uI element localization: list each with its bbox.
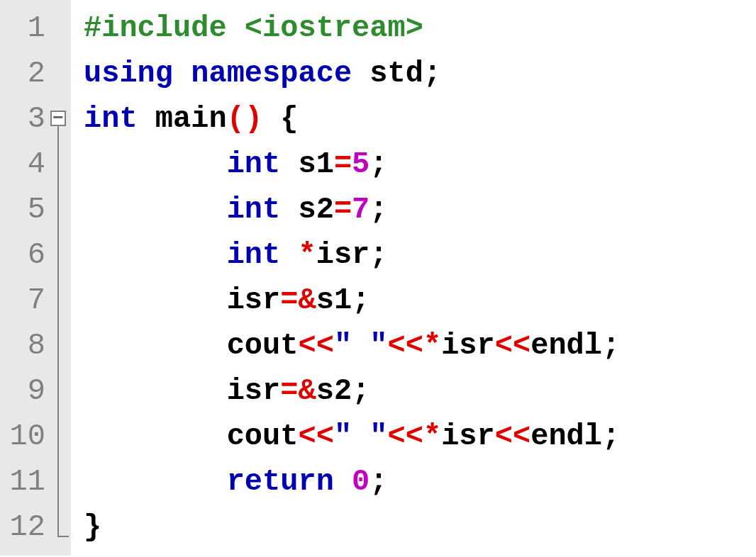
operator: = [334, 147, 352, 181]
line-number: 1 [9, 6, 45, 51]
space [262, 102, 280, 136]
indent [84, 193, 227, 227]
line-number: 5 [9, 187, 45, 232]
line-number: 10 [9, 414, 45, 459]
indent [84, 238, 227, 272]
indent [84, 147, 227, 181]
identifier: isr [227, 374, 281, 408]
identifier: endl [530, 420, 602, 454]
code-line[interactable]: return 0; [84, 459, 747, 505]
fold-column: − [50, 0, 71, 556]
line-number-gutter: 1 2 3 4 5 6 7 8 9 10 11 12 [0, 0, 50, 556]
line-number: 8 [9, 323, 45, 368]
line-number: 2 [9, 51, 45, 96]
space [334, 465, 352, 499]
semicolon: ; [352, 374, 369, 408]
type: int [227, 147, 281, 181]
identifier: cout [227, 329, 299, 363]
code-line[interactable]: } [84, 505, 747, 550]
operator: << [388, 329, 423, 363]
identifier: s1 [280, 147, 334, 181]
string: " " [334, 420, 388, 454]
code-line[interactable]: using namespace std; [84, 51, 747, 96]
code-line[interactable]: int main() { [84, 96, 747, 142]
operator: << [388, 420, 423, 454]
operator: << [298, 420, 333, 454]
code-line[interactable]: cout<<" "<<*isr<<endl; [84, 323, 747, 368]
brace: { [280, 102, 298, 136]
identifier: s1 [316, 283, 352, 317]
identifier: s2 [280, 193, 334, 227]
indent [84, 329, 227, 363]
identifier: isr [441, 329, 495, 363]
operator: = [334, 193, 352, 227]
number: 7 [352, 193, 369, 227]
identifier: isr [316, 238, 370, 272]
line-number: 11 [9, 459, 45, 505]
dereference-star: * [423, 329, 441, 363]
semicolon: ; [352, 283, 369, 317]
identifier: s2 [316, 374, 352, 408]
fold-toggle-icon[interactable]: − [50, 111, 66, 126]
line-number: 4 [9, 142, 45, 187]
identifier: std [352, 57, 423, 91]
operator: = [280, 374, 298, 408]
identifier: cout [227, 420, 299, 454]
identifier: isr [227, 283, 281, 317]
brace: } [84, 510, 101, 544]
line-number: 9 [9, 368, 45, 414]
preprocessor: #include <iostream> [84, 11, 423, 45]
indent [84, 374, 227, 408]
indent [84, 465, 227, 499]
identifier: isr [441, 420, 495, 454]
code-line[interactable]: isr=&s1; [84, 278, 747, 323]
line-number: 3 [9, 96, 45, 142]
dereference-star: * [423, 420, 441, 454]
type: int [227, 238, 281, 272]
address-of: & [298, 283, 316, 317]
paren: ) [245, 102, 262, 136]
indent [84, 420, 227, 454]
function-name: main [138, 102, 227, 136]
pointer-star: * [298, 238, 316, 272]
address-of: & [298, 374, 316, 408]
semicolon: ; [369, 238, 387, 272]
code-line[interactable]: cout<<" "<<*isr<<endl; [84, 414, 747, 459]
operator: = [280, 283, 298, 317]
operator: << [495, 420, 530, 454]
keyword: namespace [191, 57, 352, 91]
semicolon: ; [369, 193, 387, 227]
operator: << [495, 329, 530, 363]
code-line[interactable]: int s1=5; [84, 142, 747, 187]
semicolon: ; [369, 147, 387, 181]
code-editor[interactable]: #include <iostream> using namespace std;… [71, 0, 756, 556]
line-number: 12 [9, 505, 45, 550]
code-line[interactable]: isr=&s2; [84, 368, 747, 414]
keyword: using [84, 57, 173, 91]
semicolon: ; [423, 57, 441, 91]
operator: << [298, 329, 333, 363]
code-line[interactable]: int s2=7; [84, 187, 747, 232]
code-line[interactable]: int *isr; [84, 232, 747, 278]
line-number: 7 [9, 278, 45, 323]
semicolon: ; [602, 420, 620, 454]
semicolon: ; [602, 329, 620, 363]
number: 5 [352, 147, 369, 181]
number: 0 [352, 465, 369, 499]
identifier: endl [530, 329, 602, 363]
fold-guide-end [57, 536, 69, 537]
string: " " [334, 329, 388, 363]
indent [84, 283, 227, 317]
fold-guide-line [57, 126, 59, 537]
type: int [84, 102, 138, 136]
line-number: 6 [9, 232, 45, 278]
paren: ( [227, 102, 245, 136]
keyword: return [227, 465, 334, 499]
code-line[interactable]: #include <iostream> [84, 6, 747, 51]
type: int [227, 193, 281, 227]
space [280, 238, 298, 272]
semicolon: ; [369, 465, 387, 499]
